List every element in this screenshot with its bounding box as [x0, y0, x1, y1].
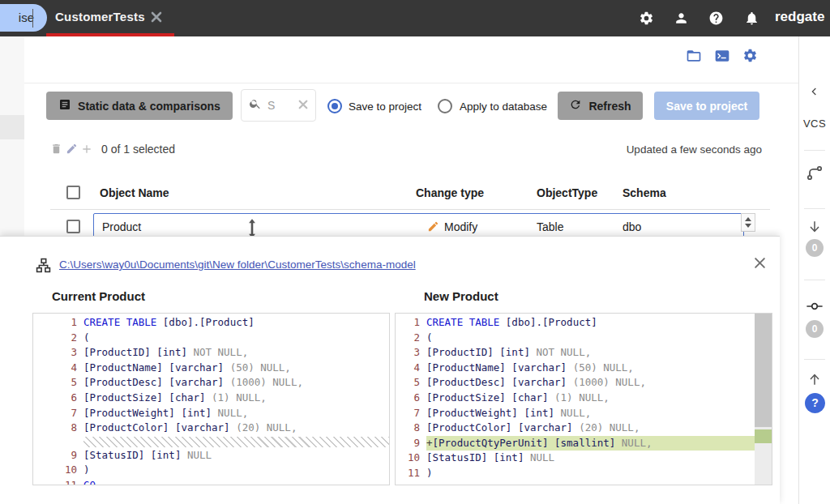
- app-window: ise CustomerTests redgate: [0, 0, 830, 504]
- radio-save-to-project-label: Save to project: [349, 100, 421, 113]
- code-line: 6[ProductSize] [char] (1) NULL,: [396, 391, 772, 406]
- sidebar-divider: [804, 150, 825, 151]
- collapse-chevron-icon[interactable]: [799, 85, 830, 101]
- current-pane-title: Current Product: [52, 289, 145, 303]
- edit-pencil-icon[interactable]: [66, 143, 79, 156]
- code-line: 8[ProductColor] [varchar] (20) NULL,: [396, 421, 772, 436]
- diff-pane-left[interactable]: 1CREATE TABLE [dbo].[Product]2(3[Product…: [32, 313, 390, 485]
- vcs-sidebar: VCS 0 0 ?: [798, 36, 830, 504]
- row-object-type: Table: [537, 220, 563, 233]
- radio-apply-to-database-label: Apply to database: [460, 100, 547, 113]
- sidebar-divider: [804, 359, 825, 360]
- commit-count-badge: 0: [806, 320, 824, 338]
- row-change-type: Modify: [444, 220, 477, 233]
- row-object-name[interactable]: Product: [102, 220, 141, 233]
- save-to-project-button[interactable]: Save to project: [654, 92, 759, 120]
- new-pane-title: New Product: [424, 289, 498, 303]
- diff-gap-row: [33, 436, 389, 448]
- panel-close-icon[interactable]: [754, 257, 766, 269]
- code-line: 1CREATE TABLE [dbo].[Product]: [33, 315, 389, 331]
- header-divider: [24, 83, 798, 83]
- code-line: 11GO: [33, 478, 389, 485]
- code-line: 7[ProductWeight] [int] NULL,: [396, 406, 772, 421]
- search-input[interactable]: S: [241, 89, 316, 122]
- code-line: 3[ProductID] [int] NOT NULL,: [396, 345, 772, 361]
- code-line: 2(: [396, 331, 772, 346]
- radio-save-to-project[interactable]: [327, 99, 342, 113]
- column-schema[interactable]: Schema: [622, 186, 666, 199]
- push-arrow-icon[interactable]: [799, 370, 830, 391]
- diff-added-marker: [755, 429, 772, 443]
- static-data-comparisons-button[interactable]: Static data & comparisons: [46, 92, 233, 120]
- updated-status: Updated a few seconds ago: [567, 143, 762, 156]
- column-change-type[interactable]: Change type: [416, 186, 484, 199]
- delete-icon[interactable]: [50, 143, 63, 156]
- table-header-divider: [50, 209, 770, 210]
- code-line: 6[ProductSize] [char] (1) NULL,: [33, 391, 389, 406]
- active-tab-indicator: [46, 33, 174, 36]
- refresh-icon: [569, 98, 582, 113]
- column-object-type[interactable]: ObjectType: [537, 186, 597, 199]
- document-icon: [58, 98, 71, 113]
- sidebar-divider: [804, 208, 825, 209]
- search-icon: [249, 97, 262, 113]
- code-line: 4[ProductName] [varchar] (50) NULL,: [33, 361, 389, 376]
- code-line: 9[StatusID] [int] NULL: [33, 448, 389, 463]
- edition-badge: ise: [0, 4, 47, 32]
- schema-model-icon: [36, 258, 51, 276]
- code-line: 7[ProductWeight] [int] NULL,: [33, 406, 389, 421]
- column-object-name[interactable]: Object Name: [100, 186, 169, 199]
- clear-search-icon[interactable]: [298, 98, 308, 113]
- diff-scrollbar[interactable]: [755, 314, 772, 485]
- code-line: 5[ProductDesc] [varchar] (1000) NULL,: [396, 375, 772, 391]
- sidebar-divider: [804, 280, 825, 280]
- diff-pane-right[interactable]: 1CREATE TABLE [dbo].[Product]2(3[Product…: [395, 313, 772, 485]
- git-branch-icon[interactable]: [799, 163, 830, 186]
- commit-icon[interactable]: [799, 297, 830, 318]
- code-line: 10[StatusID] [int] NULL: [396, 451, 772, 466]
- code-line: 4[ProductName] [varchar] (50) NULL,: [396, 361, 772, 376]
- settings-blue-icon[interactable]: [742, 48, 759, 64]
- user-icon[interactable]: [674, 11, 689, 26]
- row-schema: dbo: [622, 220, 641, 233]
- pull-arrow-icon[interactable]: [799, 218, 830, 239]
- left-gutter-block: [0, 115, 24, 139]
- modify-pencil-icon: [427, 220, 439, 236]
- notifications-bell-icon[interactable]: [744, 11, 759, 26]
- code-line: 5[ProductDesc] [varchar] (1000) NULL,: [33, 375, 389, 391]
- radio-apply-to-database[interactable]: [438, 99, 452, 113]
- code-line: 1CREATE TABLE [dbo].[Product]: [396, 315, 772, 331]
- top-bar: ise CustomerTests redgate: [0, 0, 830, 36]
- row-scroll-spinner[interactable]: [741, 213, 755, 232]
- tab-customertests[interactable]: CustomerTests: [55, 10, 145, 23]
- code-line: 12GO: [396, 481, 772, 485]
- code-line: 3[ProductID] [int] NOT NULL,: [33, 345, 389, 361]
- selection-count: 0 of 1 selected: [101, 143, 175, 156]
- settings-icon[interactable]: [639, 11, 654, 26]
- code-line: 9+[ProductQtyPerUnit] [smallint] NULL,: [396, 436, 772, 451]
- code-line: 8[ProductColor] [varchar] (20) NULL,: [33, 421, 389, 436]
- row-checkbox[interactable]: [66, 220, 80, 233]
- redgate-logo: redgate: [775, 9, 824, 25]
- sidebar-title: VCS: [799, 117, 830, 130]
- tab-divider: [32, 9, 33, 28]
- pull-count-badge: 0: [806, 239, 824, 257]
- folder-icon[interactable]: [686, 48, 702, 64]
- select-all-checkbox[interactable]: [66, 186, 80, 199]
- add-icon[interactable]: [80, 143, 93, 156]
- help-fab-button[interactable]: ?: [805, 393, 825, 413]
- help-icon[interactable]: [708, 11, 724, 26]
- refresh-button[interactable]: Refresh: [558, 92, 643, 120]
- selected-row-outline[interactable]: [93, 213, 744, 237]
- search-value: S: [267, 99, 293, 112]
- tab-close-icon[interactable]: [151, 11, 162, 23]
- code-line: 2(: [33, 331, 389, 346]
- code-line: 11): [396, 466, 772, 481]
- code-line: 10): [33, 463, 389, 478]
- diff-scrollbar-thumb[interactable]: [755, 314, 772, 427]
- terminal-icon[interactable]: [714, 48, 730, 64]
- schema-model-path-link[interactable]: C:\Users\way0u\Documents\git\New folder\…: [59, 258, 416, 271]
- diff-panel: C:\Users\way0u\Documents\git\New folder\…: [0, 236, 780, 504]
